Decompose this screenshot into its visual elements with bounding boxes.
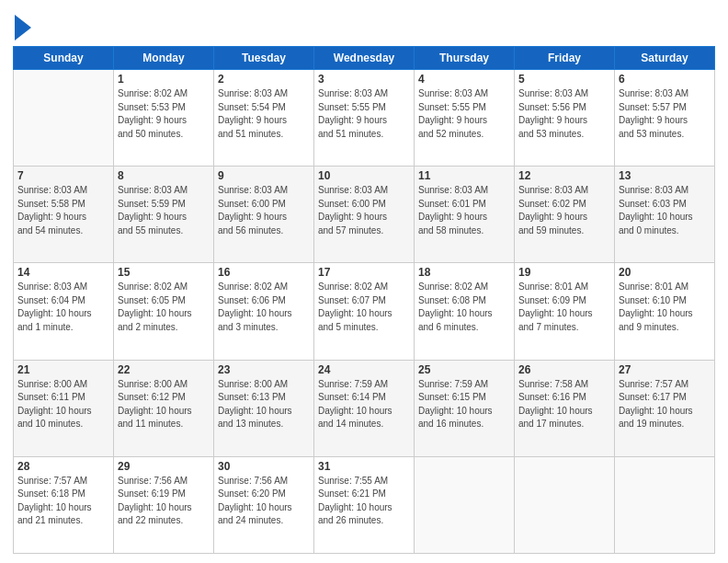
day-info: Sunrise: 8:02 AMSunset: 6:06 PMDaylight:… — [218, 281, 310, 334]
day-info: Sunrise: 8:00 AMSunset: 6:11 PMDaylight:… — [17, 378, 109, 431]
day-info: Sunrise: 8:00 AMSunset: 6:12 PMDaylight:… — [118, 378, 210, 431]
day-cell: 7Sunrise: 8:03 AMSunset: 5:58 PMDaylight… — [14, 167, 114, 263]
page: SundayMondayTuesdayWednesdayThursdayFrid… — [0, 0, 728, 563]
day-info: Sunrise: 8:03 AMSunset: 5:55 PMDaylight:… — [318, 87, 410, 141]
day-number: 9 — [218, 169, 310, 182]
day-number: 31 — [318, 460, 410, 473]
day-info: Sunrise: 8:00 AMSunset: 6:13 PMDaylight:… — [218, 378, 310, 431]
day-info: Sunrise: 8:02 AMSunset: 6:07 PMDaylight:… — [318, 281, 410, 334]
day-info: Sunrise: 7:56 AMSunset: 6:20 PMDaylight:… — [218, 475, 310, 528]
day-cell: 30Sunrise: 7:56 AMSunset: 6:20 PMDayligh… — [214, 456, 314, 553]
day-number: 5 — [518, 73, 610, 86]
logo — [13, 13, 31, 40]
day-number: 25 — [418, 363, 510, 376]
weekday-friday: Friday — [515, 47, 615, 70]
day-cell: 9Sunrise: 8:03 AMSunset: 6:00 PMDaylight… — [214, 167, 314, 263]
day-info: Sunrise: 8:03 AMSunset: 6:04 PMDaylight:… — [17, 281, 109, 334]
day-cell: 1Sunrise: 8:02 AMSunset: 5:53 PMDaylight… — [114, 70, 214, 167]
day-cell: 14Sunrise: 8:03 AMSunset: 6:04 PMDayligh… — [14, 263, 114, 360]
day-cell: 23Sunrise: 8:00 AMSunset: 6:13 PMDayligh… — [214, 360, 314, 456]
day-number: 4 — [418, 73, 510, 86]
day-cell: 16Sunrise: 8:02 AMSunset: 6:06 PMDayligh… — [214, 263, 314, 360]
day-number: 30 — [218, 460, 310, 473]
day-info: Sunrise: 8:03 AMSunset: 5:58 PMDaylight:… — [17, 184, 109, 237]
day-cell: 26Sunrise: 7:58 AMSunset: 6:16 PMDayligh… — [515, 360, 615, 456]
week-row-1: 1Sunrise: 8:02 AMSunset: 5:53 PMDaylight… — [14, 70, 715, 167]
day-info: Sunrise: 7:57 AMSunset: 6:18 PMDaylight:… — [17, 475, 109, 528]
week-row-4: 21Sunrise: 8:00 AMSunset: 6:11 PMDayligh… — [14, 360, 715, 456]
logo-arrow-icon — [15, 15, 31, 40]
day-info: Sunrise: 7:55 AMSunset: 6:21 PMDaylight:… — [318, 475, 410, 528]
day-cell: 11Sunrise: 8:03 AMSunset: 6:01 PMDayligh… — [415, 167, 515, 263]
day-number: 22 — [118, 363, 210, 376]
day-cell: 15Sunrise: 8:02 AMSunset: 6:05 PMDayligh… — [114, 263, 214, 360]
day-cell: 8Sunrise: 8:03 AMSunset: 5:59 PMDaylight… — [114, 167, 214, 263]
day-number: 28 — [17, 460, 109, 473]
day-cell: 2Sunrise: 8:03 AMSunset: 5:54 PMDaylight… — [214, 70, 314, 167]
day-cell: 18Sunrise: 8:02 AMSunset: 6:08 PMDayligh… — [415, 263, 515, 360]
day-number: 23 — [218, 363, 310, 376]
week-row-3: 14Sunrise: 8:03 AMSunset: 6:04 PMDayligh… — [14, 263, 715, 360]
day-cell: 31Sunrise: 7:55 AMSunset: 6:21 PMDayligh… — [314, 456, 415, 553]
day-number: 2 — [218, 73, 310, 86]
day-info: Sunrise: 8:03 AMSunset: 6:01 PMDaylight:… — [418, 184, 510, 237]
day-cell: 6Sunrise: 8:03 AMSunset: 5:57 PMDaylight… — [615, 70, 715, 167]
day-info: Sunrise: 8:02 AMSunset: 6:05 PMDaylight:… — [118, 281, 210, 334]
week-row-5: 28Sunrise: 7:57 AMSunset: 6:18 PMDayligh… — [14, 456, 715, 553]
day-info: Sunrise: 8:02 AMSunset: 5:53 PMDaylight:… — [118, 87, 210, 141]
day-info: Sunrise: 8:02 AMSunset: 6:08 PMDaylight:… — [418, 281, 510, 334]
day-number: 6 — [619, 73, 711, 86]
day-info: Sunrise: 7:59 AMSunset: 6:15 PMDaylight:… — [418, 378, 510, 431]
day-info: Sunrise: 8:03 AMSunset: 5:57 PMDaylight:… — [619, 87, 711, 141]
day-number: 27 — [619, 363, 711, 376]
weekday-header-row: SundayMondayTuesdayWednesdayThursdayFrid… — [14, 47, 715, 70]
day-number: 8 — [118, 169, 210, 182]
calendar-table: SundayMondayTuesdayWednesdayThursdayFrid… — [13, 46, 715, 554]
day-info: Sunrise: 8:03 AMSunset: 5:55 PMDaylight:… — [418, 87, 510, 141]
day-number: 1 — [118, 73, 210, 86]
day-number: 7 — [17, 169, 109, 182]
day-number: 21 — [17, 363, 109, 376]
day-info: Sunrise: 8:01 AMSunset: 6:09 PMDaylight:… — [518, 281, 610, 334]
day-number: 20 — [619, 266, 711, 279]
day-info: Sunrise: 8:03 AMSunset: 5:59 PMDaylight:… — [118, 184, 210, 237]
day-cell: 21Sunrise: 8:00 AMSunset: 6:11 PMDayligh… — [14, 360, 114, 456]
day-info: Sunrise: 8:03 AMSunset: 6:00 PMDaylight:… — [218, 184, 310, 237]
day-number: 29 — [118, 460, 210, 473]
day-info: Sunrise: 8:03 AMSunset: 5:56 PMDaylight:… — [518, 87, 610, 141]
day-info: Sunrise: 7:57 AMSunset: 6:17 PMDaylight:… — [619, 378, 711, 431]
day-info: Sunrise: 7:59 AMSunset: 6:14 PMDaylight:… — [318, 378, 410, 431]
day-number: 12 — [518, 169, 610, 182]
weekday-sunday: Sunday — [14, 47, 114, 70]
day-cell: 12Sunrise: 8:03 AMSunset: 6:02 PMDayligh… — [515, 167, 615, 263]
day-cell — [615, 456, 715, 553]
day-info: Sunrise: 8:03 AMSunset: 6:00 PMDaylight:… — [318, 184, 410, 237]
day-cell: 27Sunrise: 7:57 AMSunset: 6:17 PMDayligh… — [615, 360, 715, 456]
day-cell: 4Sunrise: 8:03 AMSunset: 5:55 PMDaylight… — [415, 70, 515, 167]
day-info: Sunrise: 7:58 AMSunset: 6:16 PMDaylight:… — [518, 378, 610, 431]
day-number: 26 — [518, 363, 610, 376]
weekday-tuesday: Tuesday — [214, 47, 314, 70]
day-number: 3 — [318, 73, 410, 86]
day-cell: 25Sunrise: 7:59 AMSunset: 6:15 PMDayligh… — [415, 360, 515, 456]
day-info: Sunrise: 8:03 AMSunset: 5:54 PMDaylight:… — [218, 87, 310, 141]
day-number: 19 — [518, 266, 610, 279]
day-cell: 28Sunrise: 7:57 AMSunset: 6:18 PMDayligh… — [14, 456, 114, 553]
weekday-saturday: Saturday — [615, 47, 715, 70]
day-number: 11 — [418, 169, 510, 182]
day-cell: 13Sunrise: 8:03 AMSunset: 6:03 PMDayligh… — [615, 167, 715, 263]
day-cell: 10Sunrise: 8:03 AMSunset: 6:00 PMDayligh… — [314, 167, 415, 263]
day-cell: 3Sunrise: 8:03 AMSunset: 5:55 PMDaylight… — [314, 70, 415, 167]
day-number: 24 — [318, 363, 410, 376]
day-number: 16 — [218, 266, 310, 279]
day-info: Sunrise: 8:01 AMSunset: 6:10 PMDaylight:… — [619, 281, 711, 334]
day-cell — [515, 456, 615, 553]
day-cell: 29Sunrise: 7:56 AMSunset: 6:19 PMDayligh… — [114, 456, 214, 553]
day-number: 18 — [418, 266, 510, 279]
day-cell: 19Sunrise: 8:01 AMSunset: 6:09 PMDayligh… — [515, 263, 615, 360]
day-cell — [14, 70, 114, 167]
day-number: 10 — [318, 169, 410, 182]
weekday-wednesday: Wednesday — [314, 47, 415, 70]
day-cell: 20Sunrise: 8:01 AMSunset: 6:10 PMDayligh… — [615, 263, 715, 360]
day-cell: 22Sunrise: 8:00 AMSunset: 6:12 PMDayligh… — [114, 360, 214, 456]
